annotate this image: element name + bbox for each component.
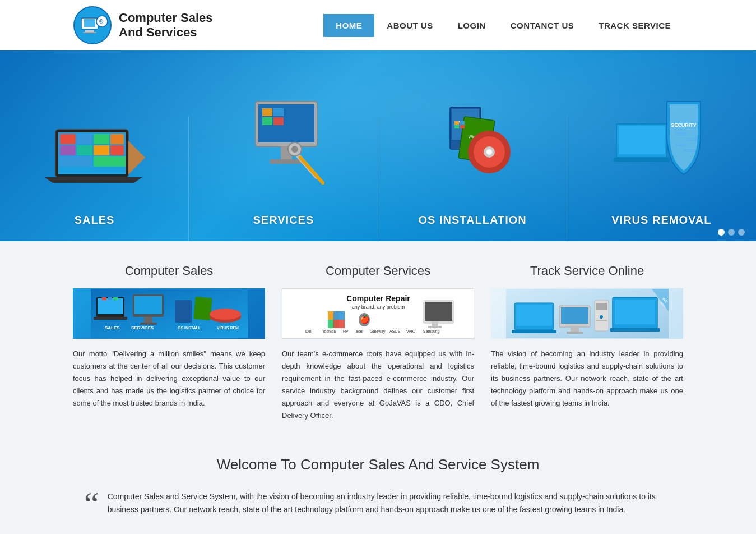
svg-rect-107	[596, 320, 607, 321]
svg-rect-46	[454, 125, 459, 128]
svg-rect-105	[596, 303, 607, 310]
svg-rect-11	[94, 134, 109, 144]
svg-text:🍎: 🍎	[359, 315, 369, 324]
svg-rect-101	[561, 307, 588, 324]
logo-icon: ©	[73, 6, 112, 45]
welcome-section: Welcome To Computer Sales And Service Sy…	[73, 450, 683, 534]
hero-services-label: SERVICES	[253, 214, 314, 227]
svg-text:any brand, any problem: any brand, any problem	[351, 304, 405, 310]
svg-text:©: ©	[99, 19, 104, 25]
svg-rect-102	[571, 327, 579, 332]
sales-text: Our motto "Delivering a million smiles" …	[73, 348, 265, 409]
hero-virus-label: VIRUS REMOVAL	[611, 214, 711, 227]
main-nav: HOME ABOUT US LOGIN CONTANCT US TRACK SE…	[323, 14, 683, 37]
os-image: Windows 7 Windows Vista	[416, 85, 528, 208]
svg-rect-110	[610, 328, 660, 332]
svg-rect-45	[460, 121, 465, 125]
hero-dots	[718, 229, 745, 236]
services-title: Computer Services	[282, 264, 474, 278]
dot-2[interactable]	[728, 229, 735, 236]
svg-rect-98	[516, 305, 552, 326]
sales-title: Computer Sales	[73, 264, 265, 278]
quote-mark-icon: “	[84, 490, 99, 517]
svg-rect-65	[144, 317, 152, 323]
svg-rect-15	[94, 145, 109, 155]
svg-text:Dell: Dell	[305, 329, 313, 333]
services-image	[228, 85, 340, 208]
hero-banner: SALES	[0, 50, 756, 241]
svg-rect-10	[77, 134, 92, 144]
virus-image: SECURITY 01001 10110 11001 01010	[605, 85, 717, 208]
svg-rect-12	[110, 134, 124, 144]
svg-rect-29	[262, 108, 272, 116]
svg-rect-66	[140, 323, 157, 325]
svg-rect-3	[85, 30, 94, 32]
svg-rect-68	[193, 297, 212, 320]
svg-text:HP: HP	[343, 329, 349, 333]
svg-text:01010: 01010	[684, 149, 695, 153]
svg-rect-18	[94, 156, 126, 167]
svg-point-70	[210, 309, 241, 320]
nav-track[interactable]: TRACK SERVICE	[586, 14, 683, 37]
svg-text:Samsung: Samsung	[423, 329, 440, 334]
track-title: Track Service Online	[491, 264, 683, 278]
nav-about[interactable]: ABOUT US	[374, 14, 445, 37]
hero-col-services: SERVICES	[189, 85, 378, 241]
svg-rect-50	[614, 158, 670, 162]
svg-text:SECURITY: SECURITY	[671, 122, 697, 128]
svg-rect-62	[113, 297, 118, 300]
svg-text:Toshiba: Toshiba	[322, 329, 336, 333]
svg-rect-64	[134, 296, 162, 314]
svg-rect-109	[615, 300, 655, 324]
svg-rect-32	[273, 117, 284, 125]
hero-columns: SALES	[0, 50, 756, 241]
svg-text:acer: acer	[356, 329, 364, 333]
svg-marker-19	[44, 177, 142, 183]
svg-text:Gateway: Gateway	[370, 329, 386, 334]
three-columns: Computer Sales	[73, 264, 683, 422]
svg-text:VIRUS REM: VIRUS REM	[217, 326, 239, 330]
welcome-quote: Computer Sales and Service System, with …	[108, 490, 672, 517]
nav-home[interactable]: HOME	[323, 14, 374, 37]
svg-marker-20	[128, 141, 145, 174]
svg-point-43	[486, 149, 492, 155]
svg-rect-59	[94, 317, 127, 320]
svg-rect-16	[110, 145, 124, 155]
svg-rect-9	[60, 134, 76, 144]
svg-rect-94	[432, 321, 438, 326]
svg-rect-67	[175, 300, 192, 323]
logo-area: © Computer Sales And Services	[73, 6, 213, 45]
svg-text:OS INSTALL: OS INSTALL	[178, 326, 201, 330]
svg-rect-31	[262, 117, 272, 125]
hero-col-virus: SECURITY 01001 10110 11001 01010 VIRUS R…	[567, 85, 756, 241]
svg-rect-99	[512, 330, 556, 333]
svg-rect-103	[567, 332, 583, 334]
svg-text:11001: 11001	[675, 143, 687, 147]
services-image-box: Computer Repair any brand, any problem 🍎…	[282, 288, 474, 339]
nav-login[interactable]: LOGIN	[446, 14, 498, 37]
svg-rect-60	[102, 297, 106, 300]
svg-rect-4	[83, 32, 96, 33]
sales-image	[39, 85, 151, 208]
computer-services-section: Computer Services Computer Repair any br…	[282, 264, 474, 422]
track-image-box: WE WILL	[491, 288, 683, 339]
hero-os-label: OS INSTALLATION	[419, 214, 527, 227]
main-content: Computer Sales	[0, 241, 756, 534]
hero-col-sales: SALES	[0, 85, 189, 241]
nav-contact[interactable]: CONTANCT US	[498, 14, 587, 37]
dot-3[interactable]	[738, 229, 745, 236]
welcome-title: Welcome To Computer Sales And Service Sy…	[73, 456, 683, 473]
svg-rect-13	[60, 145, 76, 155]
svg-rect-24	[270, 159, 303, 164]
svg-text:SERVICES: SERVICES	[131, 325, 154, 330]
svg-text:ASUS: ASUS	[389, 329, 400, 333]
hero-sales-label: SALES	[75, 214, 115, 227]
track-text: The vision of becoming an industry leade…	[491, 348, 683, 409]
svg-rect-79	[333, 311, 345, 320]
svg-rect-93	[425, 302, 452, 321]
svg-rect-44	[454, 121, 459, 125]
sales-image-box: SALES SERVICES OS INSTALL VIRUS REM	[73, 288, 265, 339]
svg-rect-14	[77, 145, 92, 155]
dot-1[interactable]	[718, 229, 725, 236]
svg-rect-49	[619, 126, 665, 154]
